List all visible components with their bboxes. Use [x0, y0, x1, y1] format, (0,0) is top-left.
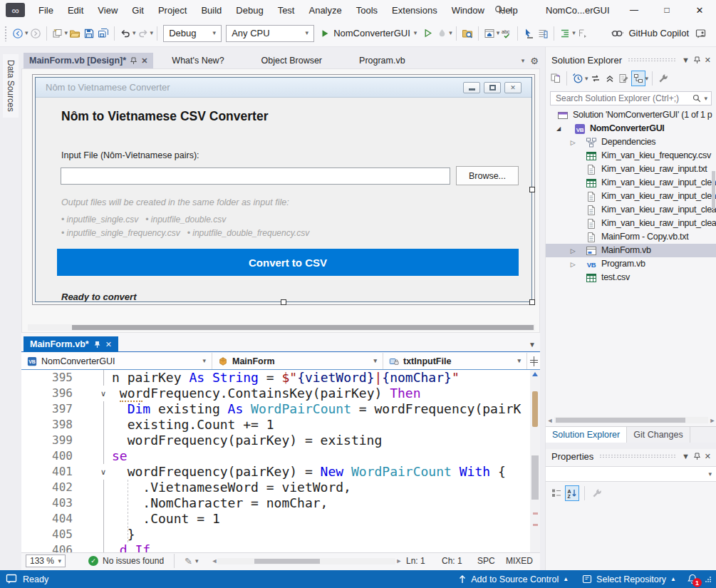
pin-icon[interactable]: [694, 56, 700, 64]
menu-analyze[interactable]: Analyze: [301, 0, 348, 20]
close-pane-icon[interactable]: ✕: [705, 452, 711, 461]
tool-window-tab-solution-explorer[interactable]: Solution Explorer: [546, 427, 627, 443]
titlebar-search[interactable]: ▾: [494, 0, 512, 20]
close-tab-icon[interactable]: ✕: [141, 56, 147, 66]
tree-horizontal-scrollbar[interactable]: ◄ ►: [546, 416, 716, 425]
line-ending-indicator[interactable]: MIXED: [506, 556, 540, 566]
code-line[interactable]: 397 Dim existing As WordPairCount = word…: [21, 401, 530, 417]
browse-button[interactable]: Browse...: [456, 166, 519, 185]
feedback-bubble-icon[interactable]: [6, 574, 17, 584]
maximize-button[interactable]: □: [650, 0, 683, 20]
document-tab[interactable]: Program.vb: [341, 53, 424, 68]
sync-with-active-document-dropdown-icon[interactable]: ▾: [645, 76, 649, 82]
document-tab[interactable]: What's New?: [153, 53, 242, 68]
project-dropdown[interactable]: VB NomConverterGUI▾: [21, 353, 212, 369]
properties-wrench-icon[interactable]: [590, 485, 604, 501]
editor-horizontal-scrollbar[interactable]: [217, 558, 395, 564]
pane-drag-texture[interactable]: [628, 58, 676, 62]
select-repository-button[interactable]: Select Repository ▲: [578, 570, 680, 588]
properties-header[interactable]: Properties ▼ ✕: [546, 449, 716, 463]
undo-icon[interactable]: [118, 26, 133, 41]
editor-zoom-select[interactable]: 133 %▾: [26, 555, 66, 567]
sync-with-active-document-icon[interactable]: [631, 71, 645, 86]
close-tab-icon[interactable]: ✕: [105, 340, 112, 349]
spell-check-icon[interactable]: abc: [499, 26, 514, 41]
notifications-button[interactable]: 1: [685, 570, 700, 588]
form-resize-handle-corner[interactable]: [529, 299, 535, 305]
collapse-all-icon[interactable]: [603, 71, 617, 86]
pending-changes-clock-icon[interactable]: [571, 71, 585, 86]
pane-menu-dropdown-icon[interactable]: ▼: [682, 56, 690, 64]
space-mode-indicator[interactable]: SPC: [477, 556, 506, 566]
expander-closed-icon[interactable]: ▷: [569, 261, 577, 268]
tree-item[interactable]: Kim_van_kieu_frequency.csv: [546, 149, 716, 163]
editor-vertical-scrollbar[interactable]: [530, 370, 540, 552]
pin-icon[interactable]: [694, 453, 700, 460]
tool-window-tab-git-changes[interactable]: Git Changes: [627, 427, 690, 443]
form-resize-handle-right[interactable]: [529, 187, 535, 192]
indent-icon[interactable]: [558, 26, 572, 41]
expander-open-icon[interactable]: ◢: [554, 125, 563, 132]
github-copilot-label[interactable]: GitHub Copilot: [628, 28, 689, 38]
pane-menu-dropdown-icon[interactable]: ▼: [682, 453, 690, 460]
designer-horizontal-scrollbar[interactable]: [28, 324, 535, 331]
code-line[interactable]: 395n pairKey As String = $"{vietWord}|{n…: [21, 370, 530, 386]
new-project-icon[interactable]: [51, 26, 65, 41]
minimize-button[interactable]: —: [618, 0, 650, 20]
code-line[interactable]: 402 .VietnameseWord = vietWord,: [21, 480, 530, 495]
solution-explorer-search[interactable]: ▾: [550, 91, 712, 105]
start-debugging-button[interactable]: NomConverterGUI▾: [316, 25, 420, 42]
pointer-mode-icon[interactable]: [522, 26, 536, 41]
menu-tools[interactable]: Tools: [349, 0, 385, 20]
convert-button[interactable]: Convert to CSV: [57, 249, 519, 276]
menu-window[interactable]: Window: [445, 0, 492, 20]
close-button[interactable]: ✕: [683, 0, 716, 20]
member-dropdown[interactable]: txtInputFile▾: [383, 353, 527, 369]
document-tab[interactable]: Object Browser: [243, 53, 341, 68]
solution-configuration-select[interactable]: Debug▾: [163, 25, 222, 42]
code-cleanup-icon[interactable]: ✎: [185, 556, 192, 567]
menu-git[interactable]: Git: [125, 0, 151, 20]
menu-edit[interactable]: Edit: [61, 0, 90, 20]
menu-test[interactable]: Test: [271, 0, 302, 20]
editor-tab-dropdown-icon[interactable]: ▼: [529, 341, 536, 349]
code-line[interactable]: 401∨ wordFrequency(pairKey) = New WordPa…: [21, 464, 530, 480]
hscroll-right-arrow-icon[interactable]: ►: [708, 417, 716, 424]
find-in-files-icon[interactable]: [460, 26, 474, 41]
code-line[interactable]: 404 .Count = 1: [21, 511, 530, 527]
redo-icon[interactable]: [136, 26, 150, 41]
properties-object-select[interactable]: ▾: [546, 466, 716, 482]
solution-explorer-window-icon[interactable]: [482, 26, 497, 41]
tab-list-dropdown-icon[interactable]: ▾: [522, 58, 525, 64]
fold-collapse-icon[interactable]: ∨: [97, 386, 110, 401]
toolbar-grip[interactable]: [4, 26, 8, 41]
menu-debug[interactable]: Debug: [229, 0, 270, 20]
line-indicator[interactable]: Ln: 1: [406, 556, 442, 566]
save-icon[interactable]: [82, 26, 96, 41]
health-indicator[interactable]: ✓ No issues found: [88, 556, 164, 566]
editor-tab-mainform[interactable]: MainForm.vb* ✕: [24, 336, 118, 352]
hscroll-left-arrow-icon[interactable]: ◄: [212, 557, 218, 564]
sync-namespaces-icon[interactable]: [588, 71, 603, 86]
tree-item[interactable]: Kim_van_kieu_raw_input.txt: [546, 163, 716, 176]
forward-icon[interactable]: [28, 26, 43, 41]
code-cleanup-dropdown-icon[interactable]: ▾: [195, 558, 199, 564]
search-dropdown-icon[interactable]: ▾: [509, 7, 512, 14]
split-editor-handle[interactable]: [527, 353, 540, 369]
tree-item[interactable]: Kim_van_kieu_raw_input_clear: [546, 176, 716, 190]
tree-item[interactable]: Solution 'NomConverterGUI' (1 of 1 p: [546, 108, 716, 122]
code-line[interactable]: 396∨ wordFrequency.ContainsKey(pairKey) …: [21, 386, 530, 401]
tree-item[interactable]: Kim_van_kieu_raw_input_clear: [546, 217, 716, 230]
pane-drag-texture[interactable]: [599, 454, 676, 458]
menu-view[interactable]: View: [90, 0, 125, 20]
data-sources-tab[interactable]: Data Sources: [3, 54, 19, 118]
solution-platform-select[interactable]: Any CPU▾: [226, 25, 314, 42]
fold-collapse-icon[interactable]: ∨: [97, 464, 110, 480]
redo-dropdown-icon[interactable]: ▾: [150, 30, 154, 36]
feedback-icon[interactable]: [693, 26, 707, 41]
code-line[interactable]: 400se: [21, 448, 530, 464]
tree-item[interactable]: Kim_van_kieu_raw_input_clear: [546, 190, 716, 203]
hscroll-left-arrow-icon[interactable]: ◄: [546, 417, 554, 424]
switch-views-icon[interactable]: [549, 71, 563, 86]
code-line[interactable]: 399 wordFrequency(pairKey) = existing: [21, 433, 530, 448]
